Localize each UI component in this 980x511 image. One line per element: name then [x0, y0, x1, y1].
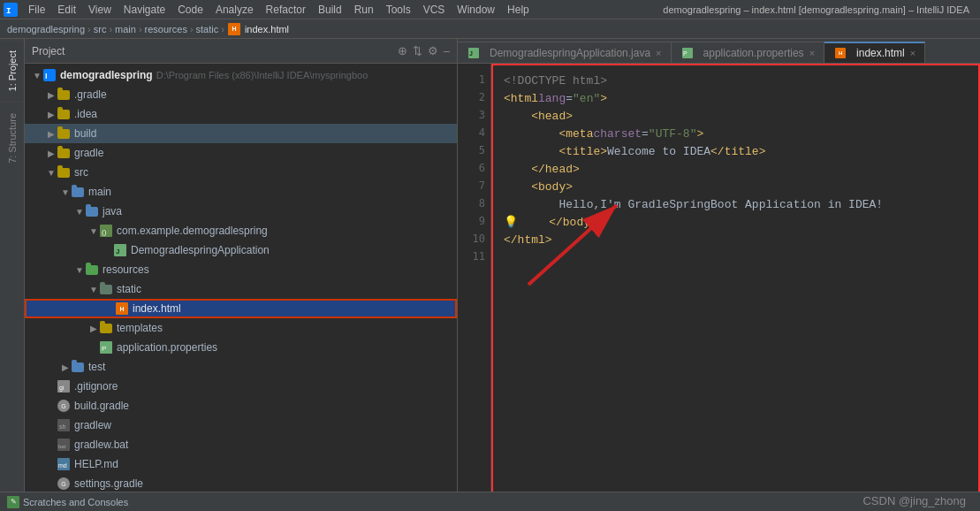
settings-icon[interactable]: ⚙ [428, 44, 438, 57]
svg-text:I: I [6, 7, 11, 16]
svg-text:J: J [116, 248, 119, 256]
menu-view[interactable]: View [83, 2, 117, 18]
tab-close-app-props[interactable]: × [809, 48, 815, 58]
resources-label: resources [103, 263, 149, 276]
side-tab-structure[interactable]: 7: Structure [0, 102, 24, 174]
tree-static[interactable]: ▼ static [25, 279, 457, 299]
menu-window[interactable]: Window [452, 2, 500, 18]
tree-gradlew[interactable]: ▶ sh gradlew [25, 416, 457, 435]
close-panel-icon[interactable]: – [444, 44, 450, 57]
tree-resources[interactable]: ▼ resources [25, 260, 457, 279]
tree-package[interactable]: ▼ () com.example.demogradlespring [25, 221, 457, 240]
tree-templates[interactable]: ▶ templates [25, 318, 457, 338]
breadcrumb-resources[interactable]: resources [145, 24, 187, 34]
tab-html-icon: H [833, 46, 847, 60]
menu-code[interactable]: Code [172, 2, 209, 18]
gradle-file-icon: G [57, 399, 71, 413]
menu-help[interactable]: Help [502, 2, 535, 18]
code-line-1: <!DOCTYPE html> [504, 72, 968, 90]
tab-close-main-class[interactable]: × [656, 48, 661, 58]
tree-app-properties[interactable]: ▶ P application.properties [25, 338, 457, 357]
menu-edit[interactable]: Edit [52, 2, 81, 18]
tab-main-class-label: DemogradlespringApplication.java [490, 47, 650, 59]
folder-icon-java [85, 204, 99, 218]
expand-arrow: ▶ [46, 128, 57, 139]
tab-index-html[interactable]: H index.html × [824, 42, 925, 63]
svg-text:sh: sh [59, 423, 66, 430]
tree-gradle[interactable]: ▶ gradle [25, 143, 457, 163]
panel-header: Project ⊕ ⇅ ⚙ – [25, 39, 457, 64]
svg-text:(): () [102, 228, 107, 236]
menu-bar: I File Edit View Navigate Code Analyze R… [0, 0, 980, 19]
side-panel-tabs: 1: Project 7: Structure [0, 39, 25, 492]
tree-build-gradle[interactable]: ▶ G build.gradle [25, 396, 457, 416]
svg-text:P: P [102, 345, 106, 353]
src-label: src [74, 166, 88, 179]
static-label: static [117, 283, 141, 295]
breadcrumb-static[interactable]: static [196, 24, 219, 34]
expand-arrow: ▼ [60, 187, 71, 197]
folder-icon-gradle-hidden [57, 88, 71, 102]
tree-index-html[interactable]: ▶ H index.html [25, 299, 457, 318]
test-label: test [88, 361, 105, 373]
tree-root[interactable]: ▼ I demogradlespring D:\Program Files (x… [25, 65, 457, 85]
menu-build[interactable]: Build [313, 2, 347, 18]
expand-arrow: ▼ [88, 284, 99, 294]
folder-icon-templates [99, 321, 113, 335]
side-tab-project[interactable]: 1: Project [0, 39, 24, 102]
breadcrumb-file[interactable]: index.html [245, 24, 289, 34]
tab-app-props[interactable]: P application.properties × [672, 42, 825, 63]
menu-run[interactable]: Run [349, 2, 379, 18]
menu-navigate[interactable]: Navigate [118, 2, 171, 18]
svg-text:J: J [469, 50, 473, 57]
scratches-bottom-icon: ✎ [7, 496, 19, 508]
tree-gradle-hidden[interactable]: ▶ .gradle [25, 85, 457, 104]
tab-props-icon: P [680, 46, 695, 60]
md-icon: md [57, 457, 71, 471]
tree-idea[interactable]: ▶ .idea [25, 104, 457, 124]
folder-icon-test [71, 360, 85, 374]
expand-arrow: ▼ [32, 70, 42, 80]
menu-file[interactable]: File [23, 2, 50, 18]
folder-icon-gradle [57, 146, 71, 160]
tree-settings-gradle[interactable]: ▶ G settings.gradle [25, 474, 457, 493]
expand-arrow: ▶ [88, 323, 99, 333]
tree-gitignore[interactable]: ▶ gi .gitignore [25, 377, 457, 396]
menu-vcs[interactable]: VCS [418, 2, 451, 18]
index-html-label: index.html [133, 302, 181, 315]
gradlew-icon: sh [57, 418, 71, 432]
build-gradle-label: build.gradle [74, 400, 129, 412]
locate-icon[interactable]: ⊕ [398, 44, 407, 57]
tree-test[interactable]: ▶ test [25, 357, 457, 377]
scratches-bottom-item[interactable]: ✎ Scratches and Consoles [7, 496, 128, 508]
expand-arrow: ▶ [60, 362, 71, 372]
tree-src[interactable]: ▼ src [25, 163, 457, 182]
panel-title: Project [32, 45, 65, 57]
expand-arrow: ▼ [74, 264, 85, 275]
tree-build[interactable]: ▶ build [25, 124, 457, 143]
breadcrumb-src[interactable]: src [94, 24, 107, 34]
menu-tools[interactable]: Tools [381, 2, 416, 18]
code-content[interactable]: <!DOCTYPE html> <html lang="en"> <head> … [491, 64, 980, 511]
layout-icon[interactable]: ⇅ [413, 44, 422, 57]
tree-main[interactable]: ▼ main [25, 182, 457, 202]
line-numbers: 1 2 3 4 5 6 7 8 9 10 11 [458, 64, 491, 511]
tree-help-md[interactable]: ▶ md HELP.md [25, 454, 457, 474]
tab-app-props-label: application.properties [703, 47, 804, 59]
tab-main-class[interactable]: J DemogradlespringApplication.java × [458, 42, 672, 63]
tree-gradlew-bat[interactable]: ▶ bat gradlew.bat [25, 435, 457, 454]
package-label: com.example.demogradlespring [117, 225, 268, 237]
breadcrumb-project[interactable]: demogradlespring [7, 24, 85, 34]
file-icon-breadcrumb: H [227, 22, 241, 36]
tree-main-class[interactable]: ▶ J DemogradlespringApplication [25, 240, 457, 260]
tab-close-index-html[interactable]: × [910, 48, 915, 58]
tree-java[interactable]: ▼ java [25, 202, 457, 221]
gitignore-icon: gi [57, 379, 71, 393]
breadcrumb-main[interactable]: main [115, 24, 136, 34]
file-tree: ▼ I demogradlespring D:\Program Files (x… [25, 64, 457, 511]
code-line-2: <html lang="en"> [504, 90, 968, 108]
menu-refactor[interactable]: Refactor [261, 2, 311, 18]
root-path: D:\Program Files (x86)\IntelliJ IDEA\mys… [156, 70, 368, 80]
code-line-5: <title>Welcome to IDEA</title> [504, 143, 968, 161]
menu-analyze[interactable]: Analyze [210, 2, 259, 18]
